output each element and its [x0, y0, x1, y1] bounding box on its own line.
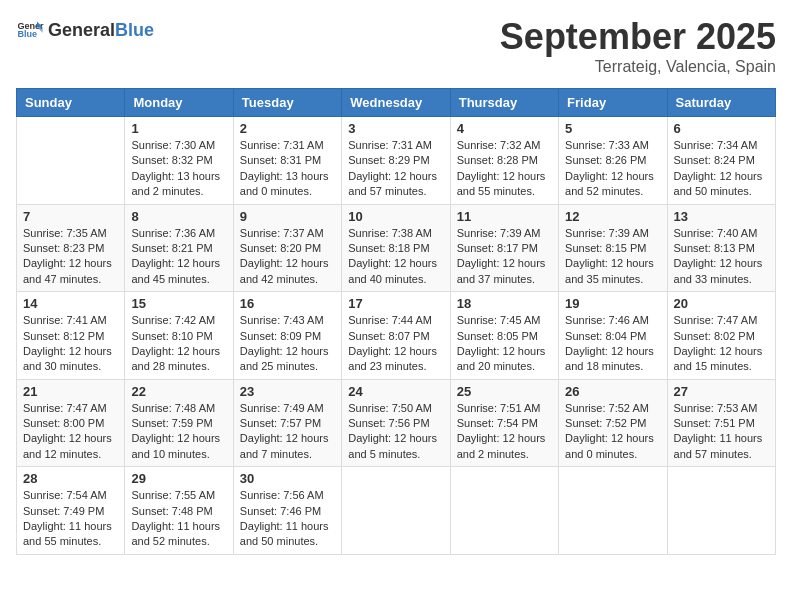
day-number: 23 [240, 384, 335, 399]
logo: General Blue GeneralBlue [16, 16, 154, 44]
day-cell: 17Sunrise: 7:44 AM Sunset: 8:07 PM Dayli… [342, 292, 450, 380]
day-cell [559, 467, 667, 555]
day-number: 16 [240, 296, 335, 311]
day-number: 17 [348, 296, 443, 311]
week-row-3: 14Sunrise: 7:41 AM Sunset: 8:12 PM Dayli… [17, 292, 776, 380]
day-number: 15 [131, 296, 226, 311]
day-info: Sunrise: 7:31 AM Sunset: 8:29 PM Dayligh… [348, 138, 443, 200]
day-info: Sunrise: 7:41 AM Sunset: 8:12 PM Dayligh… [23, 313, 118, 375]
day-info: Sunrise: 7:56 AM Sunset: 7:46 PM Dayligh… [240, 488, 335, 550]
day-number: 14 [23, 296, 118, 311]
day-cell: 13Sunrise: 7:40 AM Sunset: 8:13 PM Dayli… [667, 204, 775, 292]
day-cell: 5Sunrise: 7:33 AM Sunset: 8:26 PM Daylig… [559, 117, 667, 205]
week-row-2: 7Sunrise: 7:35 AM Sunset: 8:23 PM Daylig… [17, 204, 776, 292]
day-number: 20 [674, 296, 769, 311]
day-cell: 26Sunrise: 7:52 AM Sunset: 7:52 PM Dayli… [559, 379, 667, 467]
title-section: September 2025 Terrateig, Valencia, Spai… [500, 16, 776, 76]
day-number: 26 [565, 384, 660, 399]
day-number: 5 [565, 121, 660, 136]
day-info: Sunrise: 7:31 AM Sunset: 8:31 PM Dayligh… [240, 138, 335, 200]
day-number: 30 [240, 471, 335, 486]
week-row-4: 21Sunrise: 7:47 AM Sunset: 8:00 PM Dayli… [17, 379, 776, 467]
day-cell: 4Sunrise: 7:32 AM Sunset: 8:28 PM Daylig… [450, 117, 558, 205]
day-cell: 27Sunrise: 7:53 AM Sunset: 7:51 PM Dayli… [667, 379, 775, 467]
day-number: 24 [348, 384, 443, 399]
day-number: 22 [131, 384, 226, 399]
day-info: Sunrise: 7:36 AM Sunset: 8:21 PM Dayligh… [131, 226, 226, 288]
day-number: 11 [457, 209, 552, 224]
day-cell: 29Sunrise: 7:55 AM Sunset: 7:48 PM Dayli… [125, 467, 233, 555]
day-cell [450, 467, 558, 555]
weekday-header-monday: Monday [125, 89, 233, 117]
day-number: 4 [457, 121, 552, 136]
day-cell: 30Sunrise: 7:56 AM Sunset: 7:46 PM Dayli… [233, 467, 341, 555]
day-number: 2 [240, 121, 335, 136]
day-info: Sunrise: 7:34 AM Sunset: 8:24 PM Dayligh… [674, 138, 769, 200]
day-info: Sunrise: 7:52 AM Sunset: 7:52 PM Dayligh… [565, 401, 660, 463]
day-info: Sunrise: 7:53 AM Sunset: 7:51 PM Dayligh… [674, 401, 769, 463]
day-cell: 12Sunrise: 7:39 AM Sunset: 8:15 PM Dayli… [559, 204, 667, 292]
day-cell: 18Sunrise: 7:45 AM Sunset: 8:05 PM Dayli… [450, 292, 558, 380]
weekday-header-row: SundayMondayTuesdayWednesdayThursdayFrid… [17, 89, 776, 117]
logo-blue-text: Blue [115, 20, 154, 41]
day-info: Sunrise: 7:51 AM Sunset: 7:54 PM Dayligh… [457, 401, 552, 463]
day-info: Sunrise: 7:47 AM Sunset: 8:02 PM Dayligh… [674, 313, 769, 375]
day-info: Sunrise: 7:33 AM Sunset: 8:26 PM Dayligh… [565, 138, 660, 200]
day-info: Sunrise: 7:46 AM Sunset: 8:04 PM Dayligh… [565, 313, 660, 375]
week-row-1: 1Sunrise: 7:30 AM Sunset: 8:32 PM Daylig… [17, 117, 776, 205]
day-number: 10 [348, 209, 443, 224]
day-cell: 2Sunrise: 7:31 AM Sunset: 8:31 PM Daylig… [233, 117, 341, 205]
day-cell: 3Sunrise: 7:31 AM Sunset: 8:29 PM Daylig… [342, 117, 450, 205]
day-number: 12 [565, 209, 660, 224]
day-cell: 14Sunrise: 7:41 AM Sunset: 8:12 PM Dayli… [17, 292, 125, 380]
day-cell [17, 117, 125, 205]
day-info: Sunrise: 7:30 AM Sunset: 8:32 PM Dayligh… [131, 138, 226, 200]
day-cell: 20Sunrise: 7:47 AM Sunset: 8:02 PM Dayli… [667, 292, 775, 380]
day-cell: 24Sunrise: 7:50 AM Sunset: 7:56 PM Dayli… [342, 379, 450, 467]
day-number: 18 [457, 296, 552, 311]
day-info: Sunrise: 7:32 AM Sunset: 8:28 PM Dayligh… [457, 138, 552, 200]
day-number: 21 [23, 384, 118, 399]
day-cell: 10Sunrise: 7:38 AM Sunset: 8:18 PM Dayli… [342, 204, 450, 292]
day-cell: 16Sunrise: 7:43 AM Sunset: 8:09 PM Dayli… [233, 292, 341, 380]
day-info: Sunrise: 7:45 AM Sunset: 8:05 PM Dayligh… [457, 313, 552, 375]
day-cell: 6Sunrise: 7:34 AM Sunset: 8:24 PM Daylig… [667, 117, 775, 205]
weekday-header-wednesday: Wednesday [342, 89, 450, 117]
day-info: Sunrise: 7:44 AM Sunset: 8:07 PM Dayligh… [348, 313, 443, 375]
month-title: September 2025 [500, 16, 776, 58]
day-cell [667, 467, 775, 555]
day-info: Sunrise: 7:50 AM Sunset: 7:56 PM Dayligh… [348, 401, 443, 463]
svg-text:Blue: Blue [17, 29, 37, 39]
day-cell: 8Sunrise: 7:36 AM Sunset: 8:21 PM Daylig… [125, 204, 233, 292]
weekday-header-tuesday: Tuesday [233, 89, 341, 117]
header: General Blue GeneralBlue September 2025 … [16, 16, 776, 76]
day-info: Sunrise: 7:47 AM Sunset: 8:00 PM Dayligh… [23, 401, 118, 463]
day-info: Sunrise: 7:49 AM Sunset: 7:57 PM Dayligh… [240, 401, 335, 463]
day-number: 27 [674, 384, 769, 399]
day-cell: 19Sunrise: 7:46 AM Sunset: 8:04 PM Dayli… [559, 292, 667, 380]
day-info: Sunrise: 7:37 AM Sunset: 8:20 PM Dayligh… [240, 226, 335, 288]
day-cell: 23Sunrise: 7:49 AM Sunset: 7:57 PM Dayli… [233, 379, 341, 467]
day-cell [342, 467, 450, 555]
day-number: 8 [131, 209, 226, 224]
day-cell: 11Sunrise: 7:39 AM Sunset: 8:17 PM Dayli… [450, 204, 558, 292]
day-cell: 28Sunrise: 7:54 AM Sunset: 7:49 PM Dayli… [17, 467, 125, 555]
day-info: Sunrise: 7:48 AM Sunset: 7:59 PM Dayligh… [131, 401, 226, 463]
day-number: 7 [23, 209, 118, 224]
day-number: 25 [457, 384, 552, 399]
day-info: Sunrise: 7:39 AM Sunset: 8:17 PM Dayligh… [457, 226, 552, 288]
day-info: Sunrise: 7:35 AM Sunset: 8:23 PM Dayligh… [23, 226, 118, 288]
day-info: Sunrise: 7:54 AM Sunset: 7:49 PM Dayligh… [23, 488, 118, 550]
day-info: Sunrise: 7:39 AM Sunset: 8:15 PM Dayligh… [565, 226, 660, 288]
day-cell: 1Sunrise: 7:30 AM Sunset: 8:32 PM Daylig… [125, 117, 233, 205]
day-number: 13 [674, 209, 769, 224]
weekday-header-thursday: Thursday [450, 89, 558, 117]
day-number: 28 [23, 471, 118, 486]
weekday-header-sunday: Sunday [17, 89, 125, 117]
day-info: Sunrise: 7:55 AM Sunset: 7:48 PM Dayligh… [131, 488, 226, 550]
day-cell: 7Sunrise: 7:35 AM Sunset: 8:23 PM Daylig… [17, 204, 125, 292]
day-cell: 22Sunrise: 7:48 AM Sunset: 7:59 PM Dayli… [125, 379, 233, 467]
weekday-header-saturday: Saturday [667, 89, 775, 117]
day-number: 1 [131, 121, 226, 136]
week-row-5: 28Sunrise: 7:54 AM Sunset: 7:49 PM Dayli… [17, 467, 776, 555]
